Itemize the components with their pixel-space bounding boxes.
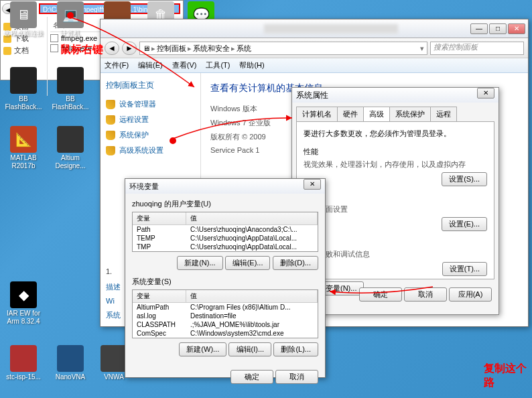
- sys-delete-button[interactable]: 删除(L)...: [273, 342, 318, 356]
- startup-settings-button[interactable]: 设置(T)...: [442, 262, 487, 276]
- desktop-icon-bb2[interactable]: BB FlashBack...: [50, 67, 90, 111]
- desktop-icon-matlab[interactable]: 📐MATLAB R2017b: [3, 126, 44, 170]
- admin-hint: 要进行大多数更改，您必须作为管理员登录。: [304, 129, 487, 139]
- minimize-button[interactable]: —: [470, 23, 488, 34]
- user-vars-list[interactable]: 变量值 PathC:\Users\zhuoqing\Anaconda3;C:\.…: [132, 212, 318, 252]
- matlab-icon: 📐: [10, 126, 37, 153]
- annotation-dot: [170, 137, 176, 144]
- env-titlebar[interactable]: 环境变量✕: [125, 179, 325, 194]
- breadcrumb-item[interactable]: 系统和安全: [193, 42, 230, 54]
- shield-icon: [106, 146, 115, 155]
- cp-menubar: 文件(F) 编辑(E) 查看(V) 工具(T) 帮助(H): [101, 58, 528, 73]
- var-row[interactable]: AltiumPathC:\Program Files (x86)\Altium …: [133, 303, 318, 312]
- desktop-icon-nanovna[interactable]: NanoVNA: [50, 345, 90, 381]
- tab-protection[interactable]: 系统保护: [389, 107, 431, 121]
- menu-file[interactable]: 文件(F): [105, 60, 129, 70]
- breadcrumb-item[interactable]: 控制面板: [157, 42, 186, 54]
- sys-vars-label: 系统变量(S): [132, 277, 318, 287]
- nav-fwd-button[interactable]: ►: [122, 42, 137, 55]
- fragment: 1.: [106, 267, 112, 275]
- tab-remote[interactable]: 远程: [430, 107, 457, 121]
- search-input[interactable]: 搜索控制面板: [430, 42, 524, 55]
- iar-icon: ◆: [10, 281, 37, 308]
- vnwa-icon: [101, 345, 127, 372]
- ok-button[interactable]: 确定: [359, 287, 402, 302]
- user-vars-label: zhuoqing 的用户变量(U): [132, 199, 318, 209]
- profile-section-desc: 关的桌面设置: [304, 204, 487, 214]
- sys-new-button[interactable]: 新建(W)...: [179, 342, 226, 356]
- sidebar-link-advanced[interactable]: 高级系统设置: [106, 145, 195, 155]
- sidebar-link-remote[interactable]: 远程设置: [106, 115, 195, 125]
- ok-button[interactable]: 确定: [230, 370, 273, 384]
- fragment: 系统: [106, 310, 121, 320]
- profile-settings-button[interactable]: 设置(E)...: [442, 217, 487, 231]
- nav-back-button[interactable]: ◄: [105, 42, 119, 55]
- fragment: 描述: [106, 282, 121, 292]
- var-row[interactable]: TEMPC:\Users\zhuoqing\AppData\Local...: [133, 234, 318, 243]
- desktop-icon-rdp[interactable]: 🖥远程桌面连接: [3, 1, 44, 38]
- tab-computername[interactable]: 计算机名: [296, 107, 338, 121]
- sys-vars-list[interactable]: 变量值 AltiumPathC:\Program Files (x86)\Alt…: [132, 289, 318, 338]
- col-name[interactable]: 变量: [133, 212, 186, 224]
- close-button[interactable]: ✕: [477, 88, 494, 98]
- desktop: 🖥远程桌面连接 💻计算机 🗑 💬 BB FlashBack... BB Flas…: [0, 0, 532, 398]
- folder-icon: [3, 47, 11, 55]
- sidebar-link-device-manager[interactable]: 设备管理器: [106, 99, 195, 109]
- col-value[interactable]: 值: [186, 290, 318, 302]
- nav-documents[interactable]: 文档: [3, 46, 44, 56]
- annotation-copypath: 复制这个路: [484, 362, 532, 390]
- close-button[interactable]: ✕: [508, 23, 525, 34]
- perf-section-title: 性能: [304, 147, 487, 157]
- breadcrumb-icon: 🖥: [143, 42, 150, 54]
- shield-icon: [106, 131, 115, 140]
- desktop-icon-altium[interactable]: Altium Designe...: [50, 126, 90, 170]
- perf-settings-button[interactable]: 设置(S)...: [442, 172, 487, 186]
- shield-icon: [106, 115, 115, 125]
- sysprops-titlebar[interactable]: 系统属性✕: [292, 88, 498, 103]
- startup-section-desc: 系统失败和调试信息: [304, 249, 487, 259]
- menu-help[interactable]: 帮助(H): [239, 60, 264, 70]
- tab-advanced[interactable]: 高级: [363, 107, 390, 121]
- sys-edit-button[interactable]: 编辑(I)...: [228, 342, 271, 356]
- cp-title-blurred: [264, 24, 398, 34]
- desktop-icon-stcisp[interactable]: stc-isp-15...: [3, 345, 44, 381]
- desktop-icon-iar[interactable]: ◆IAR EW for Arm 8.32.4: [3, 281, 44, 326]
- breadcrumb-item[interactable]: 系统: [237, 42, 251, 54]
- col-value[interactable]: 值: [186, 212, 318, 224]
- shield-icon: [106, 100, 115, 109]
- menu-tools[interactable]: 工具(T): [206, 60, 230, 70]
- maximize-button[interactable]: □: [489, 23, 507, 34]
- menu-view[interactable]: 查看(V): [172, 60, 197, 70]
- user-delete-button[interactable]: 删除(D)...: [273, 256, 318, 270]
- var-row[interactable]: TMPC:\Users\zhuoqing\AppData\Local...: [133, 243, 318, 251]
- var-row[interactable]: CLASSPATH.;%JAVA_HOME%\lib\tools.jar: [133, 320, 318, 329]
- env-vars-dialog: 环境变量✕ zhuoqing 的用户变量(U) 变量值 PathC:\Users…: [125, 178, 326, 378]
- info-row: Windows 7 企业版: [210, 118, 284, 128]
- menu-edit[interactable]: 编辑(E): [138, 60, 163, 70]
- desktop-icon-computer[interactable]: 💻计算机: [50, 1, 90, 38]
- rdp-icon: 🖥: [10, 1, 37, 28]
- exe-icon: [50, 44, 58, 52]
- info-row: Service Pack 1: [210, 146, 284, 154]
- tab-hardware[interactable]: 硬件: [337, 107, 364, 121]
- cancel-button[interactable]: 取消: [404, 287, 447, 302]
- annotation-dot: [67, 12, 74, 19]
- col-name[interactable]: 变量: [133, 290, 186, 302]
- user-edit-button[interactable]: 编辑(E)...: [225, 256, 271, 270]
- desktop-icon-bb1[interactable]: BB FlashBack...: [3, 67, 44, 111]
- var-row[interactable]: ComSpecC:\Windows\system32\cmd.exe: [133, 329, 318, 338]
- nanovna-icon: [57, 345, 84, 372]
- var-row[interactable]: asl.logDestination=file: [133, 312, 318, 320]
- flashback-icon: [10, 67, 37, 94]
- cancel-button[interactable]: 取消: [275, 370, 318, 384]
- cp-titlebar[interactable]: — □ ✕: [101, 19, 528, 38]
- startup-section-title: 恢复: [304, 237, 487, 247]
- sidebar-link-protection[interactable]: 系统保护: [106, 130, 195, 140]
- perf-section-desc: 视觉效果，处理器计划，内存使用，以及虚拟内存: [304, 159, 487, 170]
- close-button[interactable]: ✕: [304, 179, 321, 190]
- apply-button[interactable]: 应用(A): [449, 287, 492, 302]
- var-row[interactable]: PathC:\Users\zhuoqing\Anaconda3;C:\...: [133, 225, 318, 234]
- user-new-button[interactable]: 新建(N)...: [177, 256, 222, 270]
- sidebar-header[interactable]: 控制面板主页: [106, 80, 195, 91]
- breadcrumb[interactable]: 🖥 ▸ 控制面板 ▸ 系统和安全 ▸ 系统 ▾: [139, 42, 427, 55]
